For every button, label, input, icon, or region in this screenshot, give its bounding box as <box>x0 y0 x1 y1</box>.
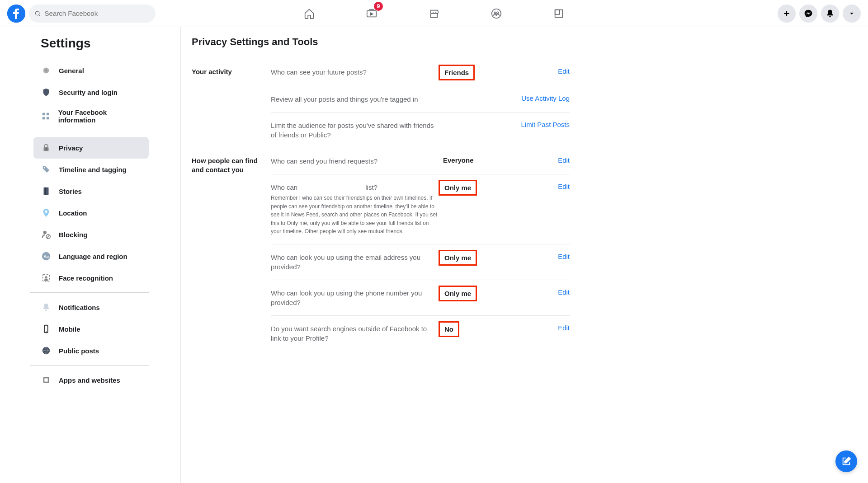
account-button[interactable] <box>843 5 861 23</box>
nav-home[interactable] <box>280 0 339 27</box>
setting-row: Who can see your future posts?FriendsEdi… <box>271 59 570 86</box>
book-icon <box>41 186 52 197</box>
svg-rect-17 <box>47 117 49 120</box>
gear-icon <box>41 65 52 76</box>
svg-rect-36 <box>44 378 47 381</box>
setting-row: Limit the audience for posts you've shar… <box>271 113 570 148</box>
setting-row: Who can look you up using the phone numb… <box>271 280 570 316</box>
setting-row: Who can look you up using the email addr… <box>271 244 570 280</box>
block-icon <box>41 229 52 240</box>
nav-groups[interactable] <box>467 0 526 27</box>
nav-marketplace[interactable] <box>405 0 463 27</box>
sidebar-item-label: Notifications <box>59 304 100 311</box>
sidebar-item-label: Blocking <box>59 231 87 239</box>
page-title: Privacy Settings and Tools <box>192 36 570 48</box>
nav-gaming[interactable] <box>529 0 588 27</box>
setting-value: No <box>443 324 497 334</box>
setting-row: Do you want search engines outside of Fa… <box>271 316 570 351</box>
notifications-button[interactable] <box>821 5 839 23</box>
sidebar-item-label: Timeline and tagging <box>59 166 127 174</box>
sidebar-title: Settings <box>41 36 149 51</box>
top-left <box>7 5 161 23</box>
svg-point-13 <box>45 69 47 72</box>
top-nav-tabs: 9 <box>280 0 588 27</box>
svg-point-30 <box>45 276 47 279</box>
svg-point-6 <box>494 12 496 14</box>
globe-icon <box>41 345 52 356</box>
sidebar-item-public-posts[interactable]: Public posts <box>33 340 149 361</box>
messenger-button[interactable] <box>799 5 817 23</box>
sidebar-item-label: Language and region <box>59 253 127 260</box>
sidebar-item-label: Apps and websites <box>59 376 120 384</box>
setting-action-link[interactable]: Edit <box>497 67 570 75</box>
svg-point-1 <box>35 11 39 15</box>
setting-action-link[interactable]: Edit <box>497 183 570 190</box>
grid-icon <box>41 111 51 122</box>
svg-rect-14 <box>42 113 45 116</box>
sidebar-item-blocking[interactable]: Blocking <box>33 224 149 245</box>
svg-rect-8 <box>555 9 563 17</box>
setting-value: Only me <box>443 183 497 193</box>
setting-question: Who can send you friend requests? <box>271 156 443 166</box>
sidebar-item-general[interactable]: General <box>33 60 149 81</box>
section: How people can find and contact youWho c… <box>192 148 570 351</box>
sidebar-item-label: Security and login <box>59 89 118 96</box>
section-label: Your activity <box>192 59 271 148</box>
sidebar-item-language-and-region[interactable]: AaLanguage and region <box>33 245 149 267</box>
svg-line-26 <box>47 235 50 238</box>
top-nav: 9 <box>0 0 868 27</box>
search-box[interactable] <box>29 5 156 23</box>
sidebar-item-label: Privacy <box>59 144 83 152</box>
sidebar-item-label: Your Facebook information <box>58 108 142 124</box>
sidebar-item-face-recognition[interactable]: Face recognition <box>33 267 149 289</box>
setting-question: Limit the audience for posts you've shar… <box>271 121 443 140</box>
watch-badge: 9 <box>374 2 383 11</box>
top-right <box>778 5 861 23</box>
setting-action-link[interactable]: Use Activity Log <box>497 94 570 102</box>
sidebar-item-notifications[interactable]: Notifications <box>33 296 149 318</box>
sidebar-item-location[interactable]: Location <box>33 202 149 224</box>
svg-rect-16 <box>42 117 45 120</box>
setting-value: Only me <box>443 253 497 263</box>
content: Privacy Settings and Tools Your activity… <box>181 27 615 483</box>
setting-row: Who can send you friend requests?Everyon… <box>271 148 570 174</box>
svg-point-31 <box>45 309 47 311</box>
setting-question: Who can list?Remember I who can see thei… <box>271 183 443 236</box>
sidebar-item-security-and-login[interactable]: Security and login <box>33 81 149 103</box>
setting-row: Review all your posts and things you're … <box>271 86 570 113</box>
sidebar-item-stories[interactable]: Stories <box>33 180 149 202</box>
setting-question: Who can look you up using the email addr… <box>271 253 443 272</box>
nav-watch[interactable]: 9 <box>342 0 401 27</box>
sidebar-item-apps-and-websites[interactable]: Apps and websites <box>33 369 149 391</box>
section: Your activityWho can see your future pos… <box>192 59 570 148</box>
sidebar-item-label: Location <box>59 209 87 217</box>
setting-action-link[interactable]: Edit <box>497 324 570 332</box>
sidebar-item-your-facebook-information[interactable]: Your Facebook information <box>33 103 149 129</box>
lock-icon <box>41 142 52 153</box>
setting-action-link[interactable]: Edit <box>497 253 570 260</box>
setting-action-link[interactable]: Edit <box>497 288 570 296</box>
svg-point-24 <box>43 231 47 234</box>
sidebar: Settings GeneralSecurity and loginYour F… <box>0 27 181 483</box>
sidebar-item-timeline-and-tagging[interactable]: Timeline and tagging <box>33 159 149 180</box>
svg-point-19 <box>46 148 47 150</box>
sidebar-item-privacy[interactable]: Privacy <box>33 137 149 159</box>
setting-question: Do you want search engines outside of Fa… <box>271 324 443 343</box>
facebook-logo[interactable] <box>7 5 25 23</box>
sidebar-item-mobile[interactable]: Mobile <box>33 318 149 340</box>
tag-icon <box>41 164 52 175</box>
search-input[interactable] <box>45 9 150 17</box>
section-label: How people can find and contact you <box>192 148 271 351</box>
apps-icon <box>41 375 52 385</box>
create-button[interactable] <box>778 5 796 23</box>
setting-action-link[interactable]: Limit Past Posts <box>497 121 570 128</box>
sidebar-item-label: Public posts <box>59 347 99 355</box>
sidebar-item-label: General <box>59 67 84 75</box>
compose-fab[interactable] <box>835 450 857 472</box>
setting-value: Everyone <box>443 156 497 164</box>
bell-icon <box>41 302 52 313</box>
svg-point-23 <box>45 211 47 213</box>
svg-point-5 <box>492 9 501 18</box>
setting-action-link[interactable]: Edit <box>497 156 570 164</box>
sidebar-item-label: Face recognition <box>59 274 113 282</box>
